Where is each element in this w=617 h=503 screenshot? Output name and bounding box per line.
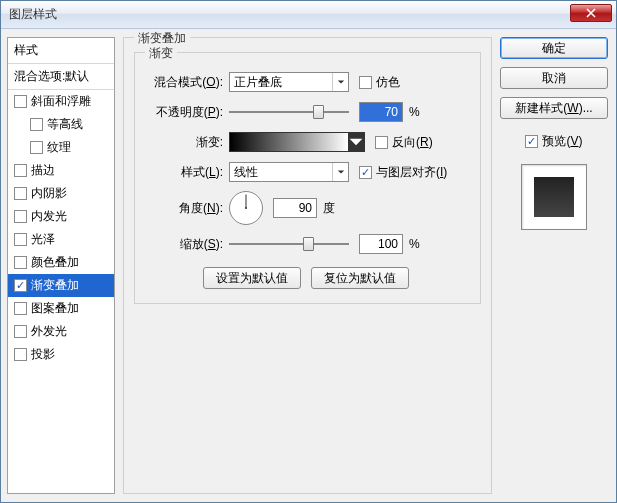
dither-checkbox[interactable]: 仿色 — [359, 74, 400, 91]
style-item-纹理[interactable]: 纹理 — [8, 136, 114, 159]
blend-mode-label: 混合模式(O): — [143, 74, 223, 91]
checkbox-icon — [14, 348, 27, 361]
style-item-描边[interactable]: 描边 — [8, 159, 114, 182]
new-style-button[interactable]: 新建样式(W)... — [500, 97, 608, 119]
style-item-斜面和浮雕[interactable]: 斜面和浮雕 — [8, 90, 114, 113]
angle-input[interactable]: 90 — [273, 198, 317, 218]
cancel-button[interactable]: 取消 — [500, 67, 608, 89]
checkbox-icon — [14, 279, 27, 292]
gradient-picker[interactable] — [229, 132, 365, 152]
preview-box — [521, 164, 587, 230]
gradient-label: 渐变: — [143, 134, 223, 151]
opacity-label: 不透明度(P): — [143, 104, 223, 121]
style-item-投影[interactable]: 投影 — [8, 343, 114, 366]
settings-panel: 渐变叠加 渐变 混合模式(O): 正片叠底 仿色 — [123, 37, 492, 494]
effects-list: 斜面和浮雕等高线纹理描边内阴影内发光光泽颜色叠加渐变叠加图案叠加外发光投影 — [8, 90, 114, 366]
close-icon — [586, 8, 596, 18]
style-item-label: 内阴影 — [31, 185, 67, 202]
checkbox-icon — [14, 302, 27, 315]
checkbox-icon — [14, 187, 27, 200]
ok-button[interactable]: 确定 — [500, 37, 608, 59]
dither-label: 仿色 — [376, 74, 400, 91]
chevron-down-icon — [332, 73, 348, 91]
checkbox-icon — [375, 136, 388, 149]
style-item-label: 渐变叠加 — [31, 277, 79, 294]
inner-group-title: 渐变 — [145, 45, 177, 62]
style-item-光泽[interactable]: 光泽 — [8, 228, 114, 251]
checkbox-icon — [14, 164, 27, 177]
checkbox-icon — [359, 76, 372, 89]
make-default-button[interactable]: 设置为默认值 — [203, 267, 301, 289]
checkbox-icon — [30, 118, 43, 131]
style-item-label: 颜色叠加 — [31, 254, 79, 271]
opacity-slider[interactable] — [229, 102, 349, 122]
scale-row: 缩放(S): 100 % — [143, 233, 468, 255]
angle-label: 角度(N): — [143, 200, 223, 217]
style-value: 线性 — [234, 164, 258, 181]
chevron-down-icon — [348, 133, 364, 151]
styles-list-panel: 样式 混合选项:默认 斜面和浮雕等高线纹理描边内阴影内发光光泽颜色叠加渐变叠加图… — [7, 37, 115, 494]
checkbox-icon — [14, 256, 27, 269]
default-buttons-row: 设置为默认值 复位为默认值 — [143, 267, 468, 289]
style-combo[interactable]: 线性 — [229, 162, 349, 182]
align-checkbox[interactable]: 与图层对齐(I) — [359, 164, 447, 181]
style-item-label: 光泽 — [31, 231, 55, 248]
style-item-等高线[interactable]: 等高线 — [8, 113, 114, 136]
reset-default-button[interactable]: 复位为默认值 — [311, 267, 409, 289]
opacity-unit: % — [409, 105, 420, 119]
opacity-row: 不透明度(P): 70 % — [143, 101, 468, 123]
style-item-渐变叠加[interactable]: 渐变叠加 — [8, 274, 114, 297]
action-panel: 确定 取消 新建样式(W)... 预览(V) — [500, 37, 608, 494]
styles-header: 样式 — [8, 38, 114, 64]
checkbox-icon — [14, 325, 27, 338]
opacity-input[interactable]: 70 — [359, 102, 403, 122]
style-item-颜色叠加[interactable]: 颜色叠加 — [8, 251, 114, 274]
style-item-外发光[interactable]: 外发光 — [8, 320, 114, 343]
checkbox-icon — [14, 210, 27, 223]
gradient-overlay-group: 渐变叠加 渐变 混合模式(O): 正片叠底 仿色 — [123, 37, 492, 494]
gradient-group: 渐变 混合模式(O): 正片叠底 仿色 不透明度(P): — [134, 52, 481, 304]
close-button[interactable] — [570, 4, 612, 22]
blend-mode-value: 正片叠底 — [234, 74, 282, 91]
chevron-down-icon — [332, 163, 348, 181]
style-item-内阴影[interactable]: 内阴影 — [8, 182, 114, 205]
style-item-label: 等高线 — [47, 116, 83, 133]
style-item-label: 投影 — [31, 346, 55, 363]
blend-mode-combo[interactable]: 正片叠底 — [229, 72, 349, 92]
angle-row: 角度(N): 90 度 — [143, 191, 468, 225]
angle-dial[interactable] — [229, 191, 263, 225]
style-label: 样式(L): — [143, 164, 223, 181]
gradient-row: 渐变: 反向(R) — [143, 131, 468, 153]
align-label: 与图层对齐(I) — [376, 164, 447, 181]
dialog-body: 样式 混合选项:默认 斜面和浮雕等高线纹理描边内阴影内发光光泽颜色叠加渐变叠加图… — [1, 29, 616, 502]
reverse-checkbox[interactable]: 反向(R) — [375, 134, 433, 151]
scale-slider[interactable] — [229, 234, 349, 254]
preview-swatch — [534, 177, 574, 217]
blend-mode-row: 混合模式(O): 正片叠底 仿色 — [143, 71, 468, 93]
checkbox-icon — [14, 95, 27, 108]
style-item-label: 外发光 — [31, 323, 67, 340]
angle-unit: 度 — [323, 200, 335, 217]
scale-input[interactable]: 100 — [359, 234, 403, 254]
reverse-label: 反向(R) — [392, 134, 433, 151]
layer-style-dialog: 图层样式 样式 混合选项:默认 斜面和浮雕等高线纹理描边内阴影内发光光泽颜色叠加… — [0, 0, 617, 503]
style-item-label: 内发光 — [31, 208, 67, 225]
blending-options-item[interactable]: 混合选项:默认 — [8, 64, 114, 90]
preview-label: 预览(V) — [542, 133, 582, 150]
style-item-label: 描边 — [31, 162, 55, 179]
scale-unit: % — [409, 237, 420, 251]
checkbox-icon — [30, 141, 43, 154]
preview-checkbox[interactable]: 预览(V) — [500, 133, 608, 150]
checkbox-icon — [359, 166, 372, 179]
style-item-label: 纹理 — [47, 139, 71, 156]
checkbox-icon — [525, 135, 538, 148]
style-item-内发光[interactable]: 内发光 — [8, 205, 114, 228]
style-item-label: 斜面和浮雕 — [31, 93, 91, 110]
gradient-preview — [230, 133, 348, 151]
checkbox-icon — [14, 233, 27, 246]
style-item-label: 图案叠加 — [31, 300, 79, 317]
style-row: 样式(L): 线性 与图层对齐(I) — [143, 161, 468, 183]
window-title: 图层样式 — [9, 6, 57, 23]
scale-label: 缩放(S): — [143, 236, 223, 253]
style-item-图案叠加[interactable]: 图案叠加 — [8, 297, 114, 320]
